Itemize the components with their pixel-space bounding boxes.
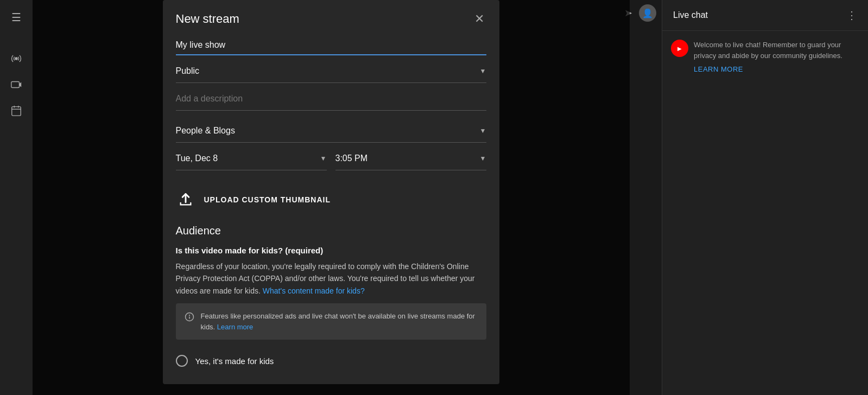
modal-close-button[interactable]: ✕ — [472, 11, 486, 27]
info-box-text: Features like personalized ads and live … — [201, 311, 478, 332]
info-learn-more-link[interactable]: Learn more — [217, 323, 253, 331]
radio-yes-label: Yes, it's made for kids — [195, 356, 274, 366]
svg-point-0 — [15, 57, 18, 60]
sidebar: ☰ — [0, 0, 33, 395]
modal-header: New stream ✕ — [163, 0, 499, 36]
chat-header: Live chat ⋮ — [662, 0, 868, 31]
chat-avatar: ▶ — [671, 40, 688, 57]
time-dropdown[interactable]: 3:05 PM ▼ — [335, 147, 486, 170]
category-label: People & Blogs — [176, 126, 235, 136]
svg-rect-1 — [11, 82, 20, 88]
audience-section: Audience Is this video made for kids? (r… — [176, 225, 486, 371]
avatar-icon[interactable]: 👤 — [639, 4, 656, 22]
kids-content-link[interactable]: What's content made for kids? — [263, 286, 365, 295]
svg-rect-3 — [12, 107, 21, 116]
visibility-dropdown[interactable]: Public ▼ — [176, 60, 486, 83]
broadcast-icon[interactable] — [5, 48, 27, 69]
chat-message: ▶ Welcome to live chat! Remember to guar… — [662, 31, 868, 82]
menu-icon[interactable]: ☰ — [5, 7, 27, 28]
info-icon — [185, 312, 194, 324]
radio-yes-circle — [176, 355, 188, 367]
modal-body: Public ▼ People & Blogs ▼ Tue, Dec 8 ▼ 3… — [163, 36, 499, 384]
date-label: Tue, Dec 8 — [176, 154, 218, 163]
upload-thumbnail-button[interactable]: UPLOAD CUSTOM THUMBNAIL — [176, 183, 486, 216]
stream-title-input[interactable] — [176, 36, 486, 55]
category-dropdown[interactable]: People & Blogs ▼ — [176, 119, 486, 143]
modal-title: New stream — [176, 12, 239, 26]
category-arrow-icon: ▼ — [480, 127, 486, 135]
kids-question: Is this video made for kids? (required) — [176, 246, 486, 255]
time-arrow-icon: ▼ — [480, 155, 486, 162]
stream-title-field — [176, 36, 486, 55]
visibility-arrow-icon: ▼ — [480, 67, 486, 75]
kids-description: Regardless of your location, you're lega… — [176, 260, 486, 297]
date-dropdown[interactable]: Tue, Dec 8 ▼ — [176, 147, 327, 170]
chat-title: Live chat — [673, 10, 708, 20]
description-field — [176, 87, 486, 115]
calendar-icon[interactable] — [5, 100, 27, 122]
upload-thumbnail-label: UPLOAD CUSTOM THUMBNAIL — [204, 195, 331, 204]
audience-heading: Audience — [176, 225, 486, 237]
camera-icon[interactable] — [5, 74, 27, 95]
time-label: 3:05 PM — [335, 154, 368, 163]
radio-yes-option[interactable]: Yes, it's made for kids — [176, 351, 486, 371]
chat-options-icon[interactable]: ⋮ — [846, 9, 857, 22]
chat-welcome-text: Welcome to live chat! Remember to guard … — [694, 40, 859, 61]
date-arrow-icon: ▼ — [320, 155, 327, 162]
chat-learn-more-link[interactable]: LEARN MORE — [694, 65, 859, 73]
chat-message-content: Welcome to live chat! Remember to guard … — [694, 40, 859, 73]
chat-panel: Live chat ⋮ ▶ Welcome to live chat! Reme… — [662, 0, 868, 395]
kids-info-box: Features like personalized ads and live … — [176, 303, 486, 340]
new-stream-modal: New stream ✕ Public ▼ People & Blogs ▼ T… — [163, 0, 499, 384]
datetime-row: Tue, Dec 8 ▼ 3:05 PM ▼ — [176, 147, 486, 170]
visibility-label: Public — [176, 66, 200, 76]
upload-icon — [176, 190, 195, 209]
description-input[interactable] — [176, 87, 486, 111]
